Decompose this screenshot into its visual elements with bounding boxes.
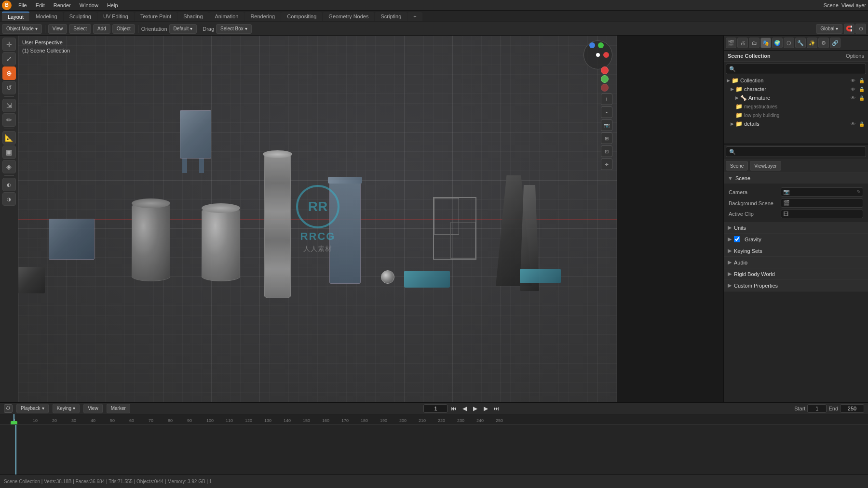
- navigation-gizmo[interactable]: [583, 40, 612, 69]
- tool-move[interactable]: ⤢: [2, 52, 16, 66]
- tool-cursor[interactable]: ✛: [2, 38, 16, 51]
- lock-icon-arm[interactable]: 🔒: [858, 94, 865, 101]
- global-selector[interactable]: Global ▾: [816, 24, 842, 34]
- tab-modeling[interactable]: Modeling: [30, 12, 63, 21]
- props-icon-particles[interactable]: ✨: [807, 38, 817, 48]
- visibility-icon[interactable]: 👁: [850, 77, 856, 84]
- tab-layout[interactable]: Layout: [2, 12, 29, 21]
- visibility-icon-arm[interactable]: 👁: [850, 94, 856, 101]
- menu-window[interactable]: Window: [76, 1, 102, 9]
- tool-shading1[interactable]: ◐: [2, 178, 16, 191]
- timeline-icon[interactable]: ⏱: [4, 404, 13, 413]
- outliner-search[interactable]: 🔍: [726, 64, 866, 74]
- scene-section-header[interactable]: ▼ Scene: [724, 173, 868, 184]
- menu-edit[interactable]: Edit: [32, 1, 49, 9]
- current-frame-display[interactable]: 1: [423, 404, 448, 413]
- outliner-item-character[interactable]: ▶ 📁 character 👁 🔒: [724, 85, 868, 93]
- props-search-input[interactable]: [738, 149, 863, 155]
- keying-menu[interactable]: Keying▾: [53, 404, 80, 413]
- scene-tab[interactable]: Scene: [726, 161, 748, 171]
- select-menu[interactable]: Select: [69, 24, 91, 34]
- view-menu-timeline[interactable]: View: [83, 404, 103, 413]
- jump-end-btn[interactable]: ⏭: [492, 404, 501, 413]
- view-all-btn[interactable]: ⊡: [601, 145, 612, 157]
- outliner-item-armature[interactable]: ▶ 🦴 Armature 👁 🔒: [724, 93, 868, 102]
- outliner-options-btn[interactable]: Options: [846, 53, 864, 59]
- tool-annotate[interactable]: ✏: [2, 113, 16, 127]
- tab-scripting[interactable]: Scripting: [375, 12, 407, 21]
- props-icon-physics[interactable]: ⚙: [818, 38, 829, 48]
- tab-compositing[interactable]: Compositing: [281, 12, 322, 21]
- visibility-icon-char[interactable]: 👁: [850, 86, 856, 92]
- snap-btn[interactable]: 🧲: [844, 24, 854, 34]
- bg-scene-value[interactable]: 🎬: [781, 198, 863, 208]
- main-viewport[interactable]: User Perspective (1) Scene Collection + …: [18, 36, 617, 402]
- gizmo-x-axis[interactable]: [603, 52, 609, 58]
- props-icon-world[interactable]: 🌍: [772, 38, 783, 48]
- lock-icon-char[interactable]: 🔒: [858, 86, 865, 92]
- lock-icon-det[interactable]: 🔒: [858, 120, 865, 127]
- tool-rotate[interactable]: ↺: [2, 81, 16, 94]
- camera-edit-icon[interactable]: ✎: [856, 189, 861, 195]
- units-section-header[interactable]: ▶ Units: [724, 222, 868, 233]
- gizmo-circle[interactable]: [583, 40, 612, 69]
- zoom-in-btn[interactable]: +: [601, 93, 612, 105]
- playback-menu[interactable]: Playback▾: [16, 404, 49, 413]
- proportional-btn[interactable]: ⊙: [855, 24, 866, 34]
- props-icon-modifier[interactable]: 🔧: [795, 38, 806, 48]
- add-menu[interactable]: Add: [93, 24, 110, 34]
- viewlayer-tab[interactable]: ViewLayer: [750, 161, 781, 171]
- object-mode-selector[interactable]: Object Mode ▾: [2, 24, 42, 34]
- gravity-section-header[interactable]: ▶ Gravity: [724, 234, 868, 245]
- tab-uv-editing[interactable]: UV Editing: [97, 12, 134, 21]
- end-frame-input[interactable]: 250: [840, 404, 864, 413]
- tab-texture-paint[interactable]: Texture Paint: [135, 12, 177, 21]
- gizmo-y-axis[interactable]: [598, 42, 604, 48]
- props-icon-scene[interactable]: 🎭: [760, 38, 771, 48]
- tab-add[interactable]: +: [407, 12, 422, 21]
- tab-shading[interactable]: Shading: [177, 12, 208, 21]
- camera-value[interactable]: 📷 ✎: [781, 187, 863, 197]
- object-menu[interactable]: Object: [112, 24, 135, 34]
- tool-shading2[interactable]: ◑: [2, 192, 16, 206]
- props-icon-object[interactable]: ⬡: [784, 38, 794, 48]
- view-menu[interactable]: View: [48, 24, 68, 34]
- rigid-body-header[interactable]: ▶ Rigid Body World: [724, 268, 868, 279]
- lock-icon[interactable]: 🔒: [858, 77, 865, 84]
- props-icon-output[interactable]: 🖨: [737, 38, 748, 48]
- frame-indicator-bottom[interactable]: [11, 421, 17, 425]
- props-icon-view[interactable]: 🗂: [749, 38, 760, 48]
- custom-props-header[interactable]: ▶ Custom Properties: [724, 280, 868, 291]
- tool-empty2[interactable]: ◈: [2, 160, 16, 173]
- active-clip-value[interactable]: 🎞: [781, 210, 863, 218]
- tool-measure[interactable]: 📐: [2, 131, 16, 145]
- audio-section-header[interactable]: ▶ Audio: [724, 257, 868, 268]
- zoom-out-btn[interactable]: -: [601, 106, 612, 118]
- start-frame-input[interactable]: 1: [807, 404, 827, 413]
- tab-rendering[interactable]: Rendering: [244, 12, 281, 21]
- outliner-item-details[interactable]: ▶ 📁 details 👁 🔒: [724, 119, 868, 128]
- outliner-item-megastructures[interactable]: 📁 megastructures: [724, 102, 868, 111]
- menu-file[interactable]: File: [14, 1, 31, 9]
- visibility-icon-det[interactable]: 👁: [850, 120, 856, 127]
- next-frame-btn[interactable]: ▶: [481, 404, 490, 413]
- marker-menu[interactable]: Marker: [107, 404, 130, 413]
- tool-transform[interactable]: ⊕: [2, 66, 16, 80]
- props-search[interactable]: 🔍: [726, 146, 866, 157]
- jump-start-btn[interactable]: ⏮: [449, 404, 458, 413]
- fly-btn[interactable]: ✈: [601, 158, 612, 170]
- timeline-content[interactable]: [0, 425, 868, 475]
- menu-render[interactable]: Render: [50, 1, 75, 9]
- outliner-item-collection[interactable]: ▶ 📁 Collection 👁 🔒: [724, 76, 868, 85]
- outliner-item-low-poly[interactable]: 📁 low poly building: [724, 111, 868, 119]
- toggle-ortho-btn[interactable]: ⊞: [601, 132, 612, 144]
- play-btn[interactable]: ▶: [471, 404, 479, 413]
- gizmo-z-axis[interactable]: [589, 42, 595, 48]
- orientation-selector[interactable]: Default▾: [169, 24, 197, 34]
- tool-box-select[interactable]: ▣: [2, 145, 16, 159]
- tab-geometry-nodes[interactable]: Geometry Nodes: [323, 12, 374, 21]
- props-icon-render[interactable]: 🎬: [726, 38, 736, 48]
- props-icon-constraints[interactable]: 🔗: [830, 38, 841, 48]
- gravity-checkbox[interactable]: [734, 236, 740, 242]
- outliner-search-input[interactable]: [738, 66, 863, 72]
